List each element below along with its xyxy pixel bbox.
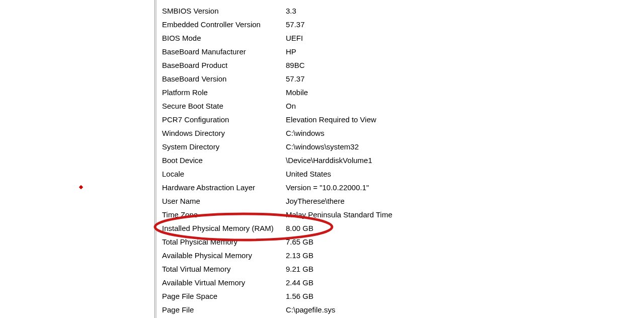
property-value: Version = "10.0.22000.1" [286,183,369,192]
property-label: Available Virtual Memory [162,278,286,287]
system-info-list[interactable]: SMBIOS Version3.3Embedded Controller Ver… [162,4,644,316]
property-value: JoyTherese\there [286,197,345,205]
list-item[interactable]: BIOS ModeUEFI [162,31,644,45]
property-value: UEFI [286,34,303,42]
list-item[interactable]: Page FileC:\pagefile.sys [162,303,644,316]
property-value: C:\windows\system32 [286,142,359,151]
property-value: 57.37 [286,20,305,29]
property-value: 2.44 GB [286,278,313,287]
list-item[interactable]: System DirectoryC:\windows\system32 [162,140,644,153]
property-label: User Name [162,197,286,205]
property-label: Total Virtual Memory [162,265,286,273]
list-item[interactable]: Secure Boot StateOn [162,99,644,113]
list-item[interactable]: Embedded Controller Version57.37 [162,18,644,31]
property-label: Secure Boot State [162,102,286,110]
property-value: C:\windows [286,129,325,137]
list-item[interactable]: Available Physical Memory2.13 GB [162,249,644,262]
list-item[interactable]: SMBIOS Version3.3 [162,4,644,18]
property-value: Mobile [286,88,308,97]
list-item[interactable]: Boot Device\Device\HarddiskVolume1 [162,153,644,167]
list-item[interactable]: BaseBoard Product89BC [162,58,644,72]
property-label: Available Physical Memory [162,251,286,260]
list-item[interactable]: Installed Physical Memory (RAM)8.00 GB [162,221,644,235]
property-label: BaseBoard Manufacturer [162,47,286,56]
property-label: Total Physical Memory [162,237,286,246]
list-item[interactable]: PCR7 ConfigurationElevation Required to … [162,113,644,126]
marker-diamond-icon [79,185,83,189]
property-value: On [286,102,296,110]
property-label: Platform Role [162,88,286,97]
property-value: 7.65 GB [286,237,313,246]
property-value: 8.00 GB [286,224,313,232]
property-label: Page File Space [162,292,286,300]
property-label: BaseBoard Product [162,61,286,69]
property-label: Locale [162,170,286,178]
property-value: Elevation Required to View [286,115,376,124]
property-label: BaseBoard Version [162,74,286,83]
property-label: Windows Directory [162,129,286,137]
property-value: 89BC [286,61,305,69]
property-value: 1.56 GB [286,292,313,300]
property-label: Installed Physical Memory (RAM) [162,224,286,232]
property-label: BIOS Mode [162,34,286,42]
property-value: 2.13 GB [286,251,313,260]
property-value: Malay Peninsula Standard Time [286,210,392,219]
property-label: PCR7 Configuration [162,115,286,124]
property-value: 9.21 GB [286,265,313,273]
list-item[interactable]: Available Virtual Memory2.44 GB [162,276,644,289]
list-item[interactable]: Total Physical Memory7.65 GB [162,235,644,249]
property-value: \Device\HarddiskVolume1 [286,156,372,165]
property-value: 57.37 [286,74,305,83]
list-item[interactable]: Windows DirectoryC:\windows [162,126,644,140]
system-info-window: SMBIOS Version3.3Embedded Controller Ver… [0,0,644,318]
property-value: C:\pagefile.sys [286,305,335,314]
list-item[interactable]: User NameJoyTherese\there [162,194,644,208]
property-label: Embedded Controller Version [162,20,286,29]
list-item[interactable]: BaseBoard ManufacturerHP [162,45,644,58]
list-item[interactable]: Page File Space1.56 GB [162,289,644,303]
list-item[interactable]: Hardware Abstraction LayerVersion = "10.… [162,181,644,194]
pane-divider[interactable] [154,0,156,318]
list-item[interactable]: Total Virtual Memory9.21 GB [162,262,644,276]
property-label: SMBIOS Version [162,7,286,15]
list-item[interactable]: BaseBoard Version57.37 [162,72,644,86]
list-item[interactable]: LocaleUnited States [162,167,644,181]
list-item[interactable]: Time ZoneMalay Peninsula Standard Time [162,208,644,221]
property-label: Boot Device [162,156,286,165]
property-label: Hardware Abstraction Layer [162,183,286,192]
list-item[interactable]: Platform RoleMobile [162,86,644,99]
property-value: United States [286,170,331,178]
property-value: HP [286,47,296,56]
property-value: 3.3 [286,7,296,15]
property-label: Time Zone [162,210,286,219]
property-label: Page File [162,305,286,314]
property-label: System Directory [162,142,286,151]
